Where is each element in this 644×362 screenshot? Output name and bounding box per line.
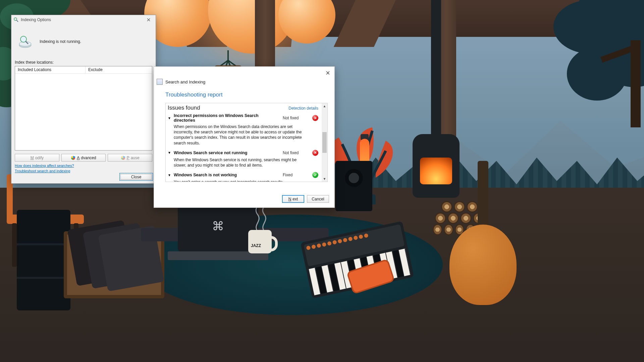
link-how-indexing-affects[interactable]: How does indexing affect searches? [15,164,152,168]
troubleshooter-close-button[interactable] [324,69,332,77]
laptop-logo-icon: ⌘ [178,201,258,251]
status-not-fixed-icon [312,115,318,121]
next-button[interactable]: Next [282,195,304,203]
indexing-status-text: Indexing is not running. [40,39,81,44]
issue-item: ▼Incorrect permissions on Windows Search… [168,113,318,148]
report-panel: Issues found Detection details ▼Incorrec… [165,103,328,182]
troubleshooter-window: Search and Indexing Troubleshooting repo… [154,66,335,208]
svg-line-19 [16,20,18,22]
indexing-close-button[interactable] [144,16,154,23]
cancel-button[interactable]: Cancel [307,195,329,203]
issue-state: Fixed [283,173,310,177]
issue-name: Incorrect permissions on Windows Search … [174,113,280,123]
indexing-locations-label: Index these locations: [15,60,152,65]
issue-description: When permissions on the Windows Search d… [168,123,302,148]
advanced-button[interactable]: Advanced [61,154,106,162]
scroll-thumb[interactable] [322,132,327,153]
indexing-locations-list[interactable]: Included Locations Exclude [15,66,152,150]
indexing-options-window: Indexing Options Indexing is not running… [11,15,156,184]
mug-label: JAZZ [251,243,261,248]
issue-description: When the Windows Search service is not r… [168,156,302,170]
issue-name: Windows Search service not running [174,150,280,155]
indexing-titlebar[interactable]: Indexing Options [11,15,156,24]
issue-state: Not fixed [283,150,310,155]
uac-shield-icon [121,156,125,160]
search-drive-icon [17,34,33,49]
svg-rect-15 [631,40,641,127]
troubleshooter-breadcrumb: Search and Indexing [165,79,205,84]
col-exclude[interactable]: Exclude [86,66,152,73]
status-fixed-icon [312,172,318,178]
status-not-fixed-icon [312,150,318,156]
scroll-up-icon[interactable]: ▲ [322,103,327,109]
col-included-locations[interactable]: Included Locations [15,66,86,73]
troubleshooter-icon [157,79,163,85]
caret-down-icon[interactable]: ▼ [168,173,171,177]
pause-button: Pause [108,154,152,162]
detection-details-link[interactable]: Detection details [288,106,318,111]
caret-down-icon[interactable]: ▼ [168,151,171,155]
troubleshooting-report-heading: Troubleshooting report [165,92,328,98]
issue-state: Not fixed [283,116,310,120]
indexing-title-icon [13,17,19,22]
issue-name: Windows Search is not working [174,173,280,177]
modify-button: Modify [15,154,59,162]
scroll-down-icon[interactable]: ▼ [322,176,327,182]
issue-item: ▼Windows Search service not runningNot f… [168,150,318,170]
caret-down-icon[interactable]: ▼ [168,116,171,120]
issue-item: ▼Windows Search is not workingFixedYou c… [168,172,318,182]
issues-found-heading: Issues found [168,105,200,111]
svg-point-21 [19,42,31,46]
svg-point-18 [14,18,17,20]
uac-shield-icon [71,156,75,160]
link-troubleshoot-search[interactable]: Troubleshoot search and indexing [15,169,152,173]
indexing-title: Indexing Options [21,17,51,22]
issue-description: You can't enter a search or you get inco… [168,178,302,182]
report-scrollbar[interactable]: ▲ ▼ [322,103,327,182]
indexing-close-footer-button[interactable]: Close [119,173,153,181]
